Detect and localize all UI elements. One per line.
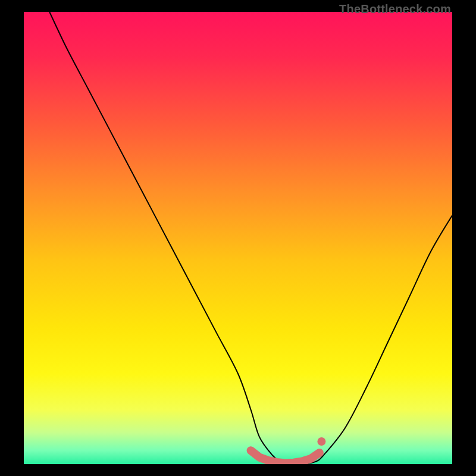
marker-stroke (251, 450, 320, 463)
curve-layer (24, 12, 452, 464)
watermark-text: TheBottleneck.com (339, 2, 451, 16)
plot-area (24, 12, 452, 464)
marker-end-dot (317, 437, 325, 446)
chart-frame: TheBottleneck.com (0, 0, 476, 476)
bottleneck-curve (49, 12, 452, 464)
